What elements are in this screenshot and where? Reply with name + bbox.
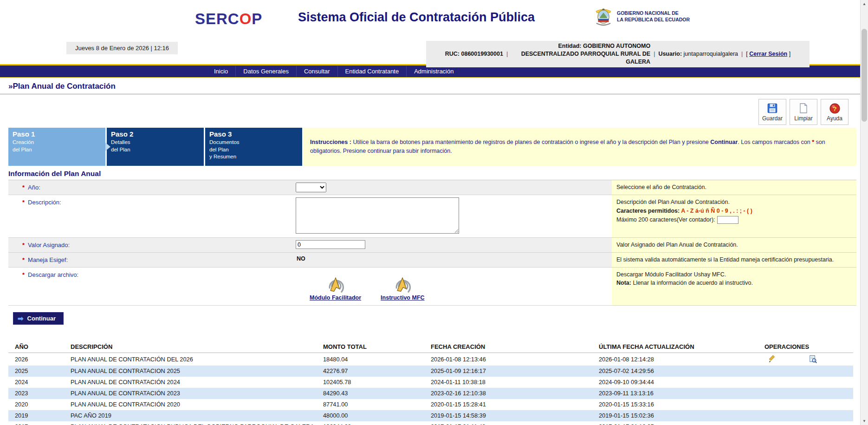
edit-pencil-icon[interactable] [767, 355, 776, 364]
ayuda-button[interactable]: ? Ayuda [821, 99, 849, 125]
descripcion-textarea[interactable] [296, 197, 459, 234]
required-mark: * [22, 184, 25, 191]
row-operations [764, 355, 851, 364]
form-row-valor: *Valor Asignado: Valor Asignado del Plan… [8, 238, 856, 253]
wizard-steps: Paso 1 Creación del Plan Paso 2 Detalles… [8, 128, 856, 166]
anio-select[interactable] [296, 183, 326, 192]
table-row: 2019 PAC AÑO 2019 48000.00 2019-01-15 14… [8, 410, 853, 421]
col-descripcion: DESCRIPCIÓN [69, 340, 321, 353]
system-title: Sistema Oficial de Contratación Pública [298, 10, 535, 25]
save-icon [766, 102, 778, 114]
form-row-anio: *Año: Seleccione el año de Contratación. [8, 180, 856, 195]
esigef-label: Maneja Esigef: [28, 256, 68, 263]
guardar-button[interactable]: Guardar [758, 99, 786, 125]
modulo-facilitador-download[interactable]: Módulo Facilitador [310, 273, 361, 301]
logout-link[interactable]: Cerrar Sesión [749, 51, 787, 57]
vertical-scrollbar[interactable]: ▲ ▼ [860, 0, 868, 425]
char-counter-input[interactable] [717, 216, 738, 224]
info-bar: Jueves 8 de Enero de 2026 | 12:16 RUC: 0… [0, 41, 868, 60]
arrow-right-icon: ➡ [18, 315, 24, 322]
table-row: 2023 PLAN ANUAL DE CONTRATACIÓN 2023 842… [8, 388, 853, 399]
nav-item-entidad-contratante[interactable]: Entidad Contratante [337, 66, 407, 77]
allowed-chars: A - Z á-ú ñ Ñ 0 - 9 , . : ; - ( ) [681, 208, 752, 214]
anio-label: Año: [28, 184, 40, 191]
table-row: 2017 PLAN ANUAL DE CONTRATACION PUBLICA … [8, 421, 853, 425]
scrollbar-thumb[interactable] [862, 29, 867, 122]
usuario-label: Usuario: [658, 51, 682, 57]
instructions-label: Instrucciones : [310, 139, 351, 145]
step-2-tab[interactable]: Paso 2 Detalles del Plan [107, 128, 204, 166]
ruc-label: RUC: [445, 51, 460, 57]
help-icon: ? [829, 103, 841, 114]
nav-item-consultar[interactable]: Consultar [296, 66, 337, 77]
anio-help: Seleccione el año de Contratación. [612, 180, 856, 195]
svg-text:?: ? [833, 105, 836, 112]
plans-table: AÑO DESCRIPCIÓN MONTO TOTAL FECHA CREACI… [8, 340, 853, 425]
table-row: 2024 PLAN ANUAL DE CONTRATACIÓN 2024 102… [8, 377, 853, 388]
descripcion-label: Descripción: [28, 199, 61, 206]
table-row: 2026 PLAN ANUAL DE CONTRATACIÓN DEL 2026… [8, 353, 853, 366]
instructivo-mfc-download[interactable]: Instructivo MFC [381, 273, 424, 301]
table-header-row: AÑO DESCRIPCIÓN MONTO TOTAL FECHA CREACI… [8, 340, 853, 353]
step-3-tab[interactable]: Paso 3 Documentos del Plan y Resumen [205, 128, 302, 166]
blank-page-icon [798, 102, 809, 114]
entidad-info: Entidad: GOBIERNO AUTONOMO DESCENTRALIZA… [511, 42, 650, 66]
scroll-down-arrow-icon[interactable]: ▼ [861, 417, 868, 425]
col-anio: AÑO [8, 340, 69, 353]
descargar-help: Descargar Módulo Facilitador Ushay MFC. … [612, 268, 856, 305]
form-section-title: Información del Plan Anual [0, 170, 868, 178]
ecuador-coat-of-arms-icon [593, 7, 614, 26]
limpiar-button[interactable]: Limpiar [790, 99, 817, 125]
government-logo: GOBIERNO NACIONAL DE LA REPÚBLICA DEL EC… [593, 7, 690, 26]
valor-label: Valor Asignado: [28, 242, 70, 248]
session-info: RUC: 0860019930001 | Entidad: GOBIERNO A… [426, 41, 810, 67]
form-row-descripcion: *Descripción: Descripción del Plan Anual… [8, 195, 856, 238]
datetime-display: Jueves 8 de Enero de 2026 | 12:16 [66, 42, 178, 54]
valor-asignado-input[interactable] [296, 240, 365, 249]
esigef-value: NO [296, 255, 305, 262]
government-label: GOBIERNO NACIONAL DE LA REPÚBLICA DEL EC… [617, 10, 690, 23]
usuario-value: juntaparroquialgalera [684, 51, 738, 57]
modulo-facilitador-link[interactable]: Módulo Facilitador [310, 294, 361, 301]
nav-item-administracion[interactable]: Administración [406, 66, 461, 77]
view-document-icon[interactable] [809, 355, 817, 364]
sercop-logo[interactable]: SERCOP [195, 10, 262, 28]
col-fecha-creacion: FECHA CREACIÓN [429, 340, 597, 353]
form-row-descargar: *Descargar archivo: Módulo Facilitador [8, 268, 856, 306]
ruc-value: 0860019930001 [461, 51, 503, 57]
form-row-esigef: *Maneja Esigef: NO El sistema valida aut… [8, 253, 856, 268]
active-step-arrow-icon [105, 143, 110, 151]
esigef-help: El sistema valida automáticamente si la … [612, 253, 856, 267]
instructivo-mfc-link[interactable]: Instructivo MFC [381, 294, 424, 301]
scroll-up-arrow-icon[interactable]: ▲ [861, 0, 868, 8]
ushay-download-icon [323, 273, 349, 293]
col-monto-total: MONTO TOTAL [321, 340, 429, 353]
nav-item-datos-generales[interactable]: Datos Generales [235, 66, 296, 77]
col-ultima-actualizacion: ÚLTIMA FECHA ACTUALIZACIÓN [597, 340, 763, 353]
title-bar: »Plan Anual de Contratación [0, 78, 860, 94]
page-header: SERCOP Sistema Oficial de Contratación P… [0, 0, 868, 41]
plan-form: *Año: Seleccione el año de Contratación.… [8, 180, 856, 306]
col-operaciones: OPERACIONES [763, 340, 853, 353]
table-row: 2020 PLAN ANUAL DE CONTRATACIÓN 2020 877… [8, 399, 853, 410]
ushay-instructivo-icon [389, 273, 415, 293]
toolbar: Guardar Limpiar ? Ayuda [0, 94, 860, 126]
step-1-tab[interactable]: Paso 1 Creación del Plan [8, 128, 105, 166]
logout-wrapper: [ Cerrar Sesión ] [746, 51, 790, 57]
table-row: 2025 PLAN ANUAL DE CONTRATACION 2025 422… [8, 366, 853, 377]
instructions-box: Instrucciones : Utilice la barra de boto… [304, 128, 856, 166]
descargar-label: Descargar archivo: [28, 271, 78, 278]
continuar-button[interactable]: ➡ Continuar [13, 312, 64, 325]
page-title: »Plan Anual de Contratación [8, 82, 860, 91]
descripcion-help: Descripción del Plan Anual de Contrataci… [612, 195, 856, 237]
nav-item-inicio[interactable]: Inicio [207, 66, 235, 77]
sercop-logo-text: SERC [195, 10, 240, 27]
valor-help: Valor Asignado del Plan Anual de Contrat… [612, 238, 856, 252]
